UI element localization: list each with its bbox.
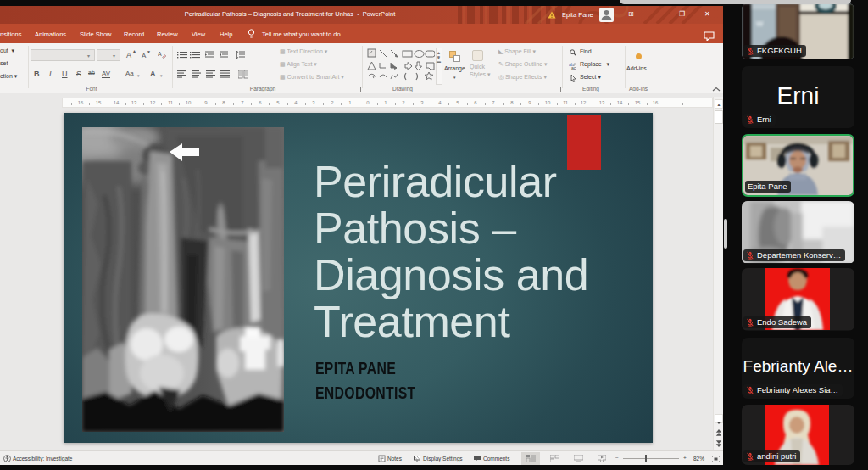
svg-text:ac: ac bbox=[571, 65, 576, 70]
svg-text:W: W bbox=[756, 20, 764, 28]
svg-text:A: A bbox=[158, 51, 162, 57]
